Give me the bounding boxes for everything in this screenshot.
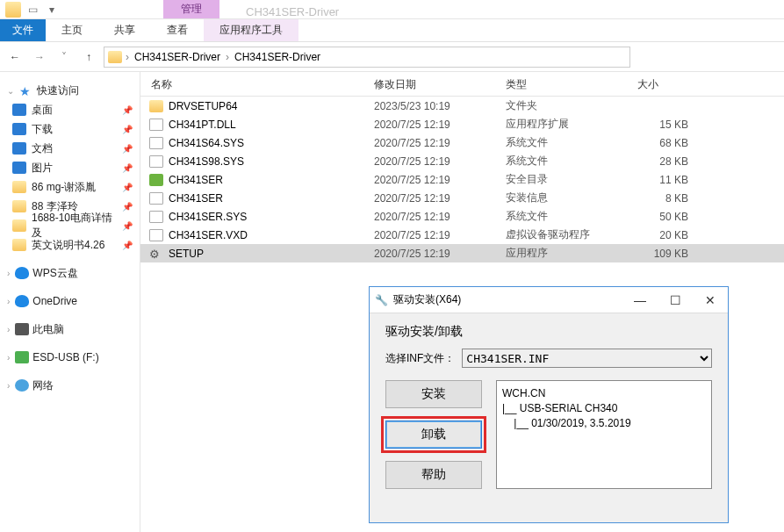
sidebar-item-label: 86 mg-谢添胤 bbox=[32, 180, 96, 195]
breadcrumb-sep-icon[interactable]: › bbox=[126, 51, 129, 63]
minimize-button[interactable]: — bbox=[622, 287, 658, 313]
pin-icon: 📌 bbox=[122, 183, 133, 192]
file-size: 28 KB bbox=[627, 155, 697, 168]
qat-dropdown-icon[interactable]: ▾ bbox=[46, 4, 58, 16]
chevron-icon: ⌄ bbox=[7, 86, 14, 96]
address-folder-icon bbox=[108, 51, 122, 63]
col-type[interactable]: 类型 bbox=[495, 72, 627, 96]
navigation-bar: ← → ˅ ↑ › CH341SER-Driver › CH341SER-Dri… bbox=[0, 42, 784, 72]
file-row[interactable]: CH341S64.SYS2020/7/25 12:19系统文件68 KB bbox=[140, 133, 784, 152]
cat-icon bbox=[149, 174, 163, 186]
sidebar-item[interactable]: 1688-10电商详情及📌 bbox=[0, 216, 140, 235]
file-name: CH341S98.SYS bbox=[169, 155, 244, 168]
sidebar-item-label: 文档 bbox=[32, 141, 53, 156]
file-tab[interactable]: 文件 bbox=[0, 19, 46, 41]
chevron-icon: › bbox=[7, 381, 10, 391]
dialog-heading: 驱动安装/卸载 bbox=[385, 324, 712, 340]
column-headers[interactable]: 名称 修改日期 类型 大小 bbox=[140, 72, 784, 97]
breadcrumb-item[interactable]: CH341SER-Driver bbox=[233, 51, 322, 63]
file-type: 系统文件 bbox=[495, 135, 627, 150]
file-type: 安全目录 bbox=[495, 172, 627, 187]
close-button[interactable]: ✕ bbox=[693, 287, 728, 313]
sidebar-item[interactable]: 图片📌 bbox=[0, 158, 140, 177]
col-modified[interactable]: 修改日期 bbox=[363, 72, 495, 96]
qat-properties-icon[interactable]: ▭ bbox=[26, 4, 39, 16]
file-type: 文件夹 bbox=[495, 98, 627, 113]
file-icon bbox=[149, 119, 163, 131]
onedrive[interactable]: › OneDrive bbox=[0, 291, 140, 311]
file-name: SETUP bbox=[169, 248, 204, 260]
folder-icon bbox=[5, 2, 21, 18]
pin-icon: 📌 bbox=[122, 125, 133, 134]
doc-icon bbox=[12, 142, 26, 155]
share-tab[interactable]: 共享 bbox=[98, 19, 151, 41]
col-name[interactable]: 名称 bbox=[140, 72, 363, 96]
col-size[interactable]: 大小 bbox=[627, 72, 697, 96]
ribbon-tabs: 文件 主页 共享 查看 应用程序工具 bbox=[0, 19, 784, 42]
file-row[interactable]: CH341PT.DLL2020/7/25 12:19应用程序扩展15 KB bbox=[140, 115, 784, 133]
file-row[interactable]: CH341SER2020/7/25 12:19安全目录11 KB bbox=[140, 170, 784, 189]
file-name: DRVSETUP64 bbox=[169, 100, 237, 112]
file-row[interactable]: CH341SER.SYS2020/7/25 12:19系统文件50 KB bbox=[140, 207, 784, 226]
recent-dropdown[interactable]: ˅ bbox=[54, 47, 74, 67]
contextual-tab-manage[interactable]: 管理 bbox=[163, 0, 219, 18]
folder-icon bbox=[12, 200, 26, 212]
sidebar-item[interactable]: 桌面📌 bbox=[0, 100, 140, 119]
navigation-pane: ⌄ 快速访问 桌面📌下载📌文档📌图片📌86 mg-谢添胤📌88 李泽玲📌1688… bbox=[0, 72, 140, 532]
maximize-button[interactable]: ☐ bbox=[658, 287, 693, 313]
pin-icon: 📌 bbox=[122, 202, 133, 212]
sidebar-item[interactable]: 文档📌 bbox=[0, 139, 140, 158]
gear-icon bbox=[149, 248, 163, 260]
file-size: 8 KB bbox=[627, 192, 697, 205]
breadcrumb-sep-icon[interactable]: › bbox=[226, 51, 229, 63]
file-row[interactable]: SETUP2020/7/25 12:19应用程序109 KB bbox=[140, 244, 784, 262]
up-button[interactable]: ↑ bbox=[79, 47, 98, 67]
sidebar-item-label: ESD-USB (F:) bbox=[32, 351, 98, 363]
file-size: 20 KB bbox=[627, 229, 697, 241]
file-type: 系统文件 bbox=[495, 154, 627, 169]
quick-access-toolbar: ▭ ▾ bbox=[26, 4, 58, 16]
chevron-icon: › bbox=[7, 353, 10, 363]
home-tab[interactable]: 主页 bbox=[46, 19, 98, 41]
file-row[interactable]: DRVSETUP642023/5/23 10:19文件夹 bbox=[140, 97, 784, 115]
forward-button[interactable]: → bbox=[30, 47, 49, 67]
file-row[interactable]: CH341S98.SYS2020/7/25 12:19系统文件28 KB bbox=[140, 152, 784, 170]
sidebar-item-label: 网络 bbox=[32, 378, 54, 393]
sidebar-item[interactable]: 下载📌 bbox=[0, 119, 140, 139]
window-titlebar: ▭ ▾ 管理 CH341SER-Driver bbox=[0, 0, 784, 19]
wps-cloud[interactable]: › WPS云盘 bbox=[0, 263, 140, 283]
file-icon bbox=[149, 229, 163, 241]
this-pc[interactable]: › 此电脑 bbox=[0, 320, 140, 339]
dialog-titlebar[interactable]: 🔧 驱动安装(X64) — ☐ ✕ bbox=[370, 287, 728, 313]
cloud-icon bbox=[15, 267, 29, 279]
install-button[interactable]: 安装 bbox=[385, 380, 482, 408]
file-name: CH341SER.VXD bbox=[169, 229, 248, 241]
quick-access-header[interactable]: ⌄ 快速访问 bbox=[0, 81, 140, 100]
file-size: 68 KB bbox=[627, 137, 697, 149]
file-icon bbox=[149, 155, 163, 168]
driver-info-box: WCH.CN |__ USB-SERIAL CH340 |__ 01/30/20… bbox=[496, 380, 712, 489]
sidebar-item-label: 此电脑 bbox=[32, 322, 64, 337]
usb-drive[interactable]: › ESD-USB (F:) bbox=[0, 348, 140, 367]
sidebar-item-label: WPS云盘 bbox=[32, 266, 77, 281]
help-button[interactable]: 帮助 bbox=[385, 461, 482, 489]
sidebar-item[interactable]: 86 mg-谢添胤📌 bbox=[0, 177, 140, 197]
view-tab[interactable]: 查看 bbox=[151, 19, 204, 41]
network[interactable]: › 网络 bbox=[0, 376, 140, 395]
inf-file-select[interactable]: CH341SER.INF bbox=[462, 349, 712, 368]
file-size: 11 KB bbox=[627, 174, 697, 186]
address-bar[interactable]: › CH341SER-Driver › CH341SER-Driver bbox=[104, 47, 630, 68]
uninstall-button[interactable]: 卸载 bbox=[385, 421, 482, 449]
select-inf-label: 选择INF文件： bbox=[385, 351, 455, 366]
file-row[interactable]: CH341SER.VXD2020/7/25 12:19虚拟设备驱动程序20 KB bbox=[140, 226, 784, 244]
file-name: CH341PT.DLL bbox=[169, 119, 236, 131]
window-title: CH341SER-Driver bbox=[246, 5, 339, 18]
app-tools-tab[interactable]: 应用程序工具 bbox=[204, 19, 298, 41]
file-row[interactable]: CH341SER2020/7/25 12:19安装信息8 KB bbox=[140, 189, 784, 207]
sidebar-item[interactable]: 英文说明书4.26📌 bbox=[0, 235, 140, 255]
back-button[interactable]: ← bbox=[5, 47, 25, 67]
chevron-icon: › bbox=[7, 269, 10, 278]
breadcrumb-item[interactable]: CH341SER-Driver bbox=[133, 51, 222, 63]
file-date: 2020/7/25 12:19 bbox=[363, 229, 495, 241]
file-date: 2020/7/25 12:19 bbox=[363, 119, 495, 131]
